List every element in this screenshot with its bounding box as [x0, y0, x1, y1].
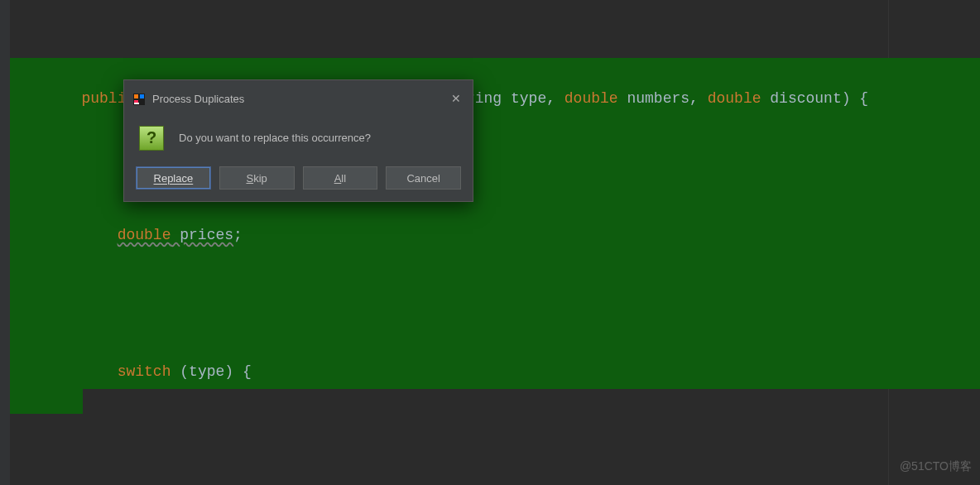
comma: , — [546, 90, 564, 107]
paren: ( — [180, 363, 189, 380]
svg-rect-4 — [134, 103, 139, 104]
param-numbers: numbers — [627, 90, 689, 107]
brace: ) { — [224, 363, 251, 380]
button-label: Skip — [246, 165, 267, 192]
skip-button[interactable]: Skip — [219, 166, 295, 190]
brace: ) { — [842, 90, 868, 107]
var-prices: prices — [180, 227, 233, 243]
intellij-icon — [132, 93, 146, 106]
replace-button[interactable]: Replace — [136, 166, 211, 190]
watermark: @51CTO博客 — [900, 453, 972, 480]
keyword-switch: switch — [118, 363, 171, 380]
comma: , — [689, 90, 708, 107]
param-discount: discount — [770, 90, 841, 107]
semicolon: ; — [233, 227, 243, 243]
svg-rect-1 — [134, 94, 138, 98]
keyword-double: double — [564, 90, 618, 107]
code-editor[interactable]: public double computeMoneyWithPrivileges… — [0, 0, 980, 485]
button-label: Cancel — [406, 165, 440, 192]
var-type: type — [189, 363, 224, 380]
dialog-title-text: Process Duplicates — [152, 85, 448, 113]
dialog-titlebar[interactable]: Process Duplicates ✕ — [124, 80, 473, 116]
keyword-double: double — [118, 227, 171, 243]
dialog-message: Do you want to replace this occurrence? — [179, 124, 371, 151]
param-type: type — [511, 90, 546, 107]
svg-rect-2 — [140, 94, 144, 98]
all-button[interactable]: All — [303, 166, 378, 190]
button-label: All — [334, 165, 346, 192]
close-icon[interactable]: ✕ — [448, 85, 464, 113]
cancel-button[interactable]: Cancel — [386, 166, 461, 190]
button-label: Replace — [154, 165, 194, 192]
process-duplicates-dialog: Process Duplicates ✕ ? Do you want to re… — [123, 79, 473, 202]
keyword-double: double — [708, 90, 761, 107]
question-icon: ? — [139, 126, 164, 151]
